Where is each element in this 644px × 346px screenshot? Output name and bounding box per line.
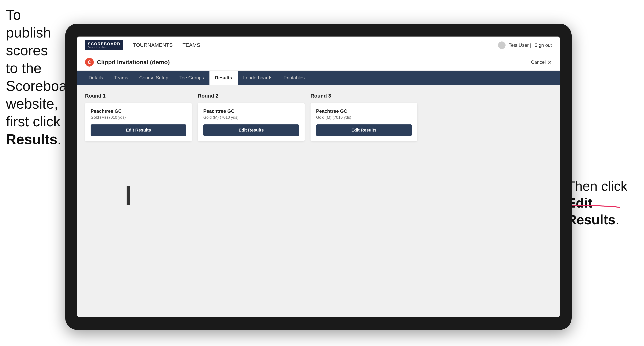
tournament-icon: C (85, 58, 94, 67)
tab-results[interactable]: Results (210, 71, 238, 85)
instruction-bold-results: Results (6, 131, 57, 147)
logo: SCOREBOARD Powered by clippd (85, 40, 123, 50)
round-3-title: Round 3 (310, 93, 417, 99)
round-3-course: Peachtree GC (316, 108, 412, 114)
instruction-text-right: Then click (567, 178, 628, 193)
nav-right: Test User | Sign out (498, 41, 552, 49)
main-content: Round 1 Peachtree GC Gold (M) (7010 yds)… (77, 85, 560, 317)
round-1-course: Peachtree GC (90, 108, 186, 114)
round-3-details: Gold (M) (7010 yds) (316, 115, 412, 120)
round-4-empty (423, 93, 530, 141)
instruction-right: Then click Edit Results. (567, 178, 638, 228)
nav-links: TOURNAMENTS TEAMS (133, 42, 200, 48)
round-2-title: Round 2 (198, 93, 304, 99)
tablet-side-button (126, 186, 130, 205)
nav-tournaments[interactable]: TOURNAMENTS (133, 42, 172, 48)
round-3-column: Round 3 Peachtree GC Gold (M) (7010 yds)… (310, 93, 417, 141)
nav-bar: SCOREBOARD Powered by clippd TOURNAMENTS… (77, 36, 560, 54)
sign-out-link[interactable]: Sign out (534, 42, 552, 48)
round-2-course: Peachtree GC (203, 108, 299, 114)
tab-printables[interactable]: Printables (278, 71, 310, 85)
round-3-card: Peachtree GC Gold (M) (7010 yds) Edit Re… (310, 103, 417, 141)
tab-bar: Details Teams Course Setup Tee Groups Re… (77, 71, 560, 85)
user-name: Test User | (509, 42, 531, 48)
edit-results-button-1[interactable]: Edit Results (90, 124, 186, 136)
round-2-details: Gold (M) (7010 yds) (203, 115, 299, 120)
edit-results-button-2[interactable]: Edit Results (203, 124, 299, 136)
round-2-card: Peachtree GC Gold (M) (7010 yds) Edit Re… (198, 103, 304, 141)
edit-results-button-3[interactable]: Edit Results (316, 124, 412, 136)
cancel-button[interactable]: Cancel ✕ (531, 59, 552, 66)
round-1-column: Round 1 Peachtree GC Gold (M) (7010 yds)… (85, 93, 192, 141)
tab-course-setup[interactable]: Course Setup (134, 71, 174, 85)
user-avatar (498, 41, 506, 49)
tab-teams[interactable]: Teams (108, 71, 134, 85)
tablet-screen: SCOREBOARD Powered by clippd TOURNAMENTS… (77, 36, 560, 317)
instruction-bold-edit-results: Edit Results (567, 195, 616, 227)
close-icon: ✕ (547, 59, 552, 66)
sub-header: C Clippd Invitational (demo) Cancel ✕ (77, 54, 560, 71)
round-1-card: Peachtree GC Gold (M) (7010 yds) Edit Re… (85, 103, 192, 141)
round-1-details: Gold (M) (7010 yds) (90, 115, 186, 120)
tab-tee-groups[interactable]: Tee Groups (174, 71, 210, 85)
tab-leaderboards[interactable]: Leaderboards (238, 71, 278, 85)
tournament-name: Clippd Invitational (demo) (97, 59, 170, 66)
tab-details[interactable]: Details (83, 71, 108, 85)
tablet-frame: SCOREBOARD Powered by clippd TOURNAMENTS… (65, 24, 572, 330)
instruction-left: To publish scores to the Scoreboard webs… (6, 6, 61, 148)
round-2-column: Round 2 Peachtree GC Gold (M) (7010 yds)… (198, 93, 304, 141)
rounds-grid: Round 1 Peachtree GC Gold (M) (7010 yds)… (85, 93, 552, 141)
tournament-title-row: C Clippd Invitational (demo) (85, 58, 170, 67)
round-1-title: Round 1 (85, 93, 192, 99)
nav-teams[interactable]: TEAMS (182, 42, 200, 48)
logo-area: SCOREBOARD Powered by clippd (85, 40, 123, 50)
